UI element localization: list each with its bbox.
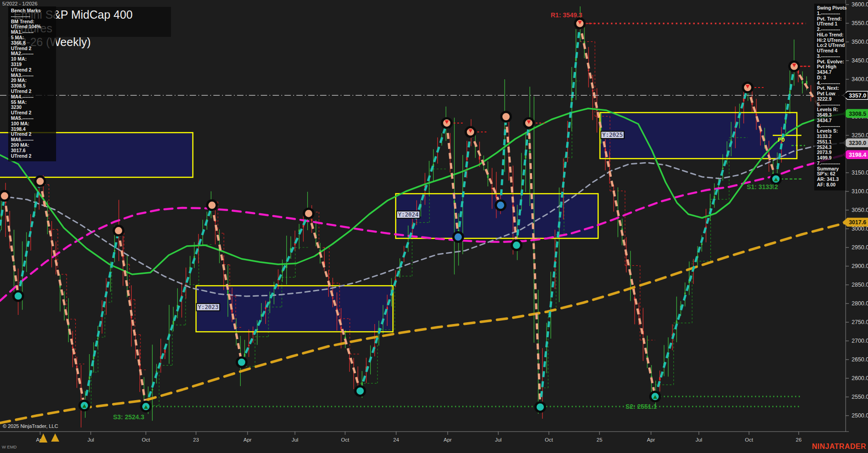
pivot-high-marker[interactable] bbox=[0, 191, 10, 201]
pivot-low-marker[interactable] bbox=[536, 402, 545, 412]
benchmark-line: 3319 bbox=[11, 62, 54, 67]
price-tick-label: 3150.0 bbox=[852, 170, 868, 176]
price-tick-label: 3250.0 bbox=[852, 132, 868, 139]
swing-pivot-line: 1.------------ bbox=[817, 11, 843, 16]
swing-segment bbox=[5, 196, 18, 296]
pivot-low-marker[interactable] bbox=[512, 241, 522, 250]
time-tick-label: Jul bbox=[495, 437, 502, 443]
price-tick-label: 2800.0 bbox=[852, 300, 868, 307]
year-box-label-2025[interactable]: Y:2025 bbox=[600, 131, 625, 139]
ma-200-line bbox=[0, 223, 846, 423]
price-tag-label: 3308.5 bbox=[849, 111, 866, 117]
benchmark-line: 3366.8 bbox=[11, 41, 54, 46]
pivot-high-marker[interactable] bbox=[36, 176, 45, 186]
price-tick-label: 2600.0 bbox=[852, 375, 868, 381]
year-box-fill bbox=[196, 286, 393, 332]
price-tick-label: 3550.0 bbox=[852, 20, 868, 26]
swing-segment bbox=[119, 231, 146, 407]
swing-pivot-line: 3434.7 bbox=[817, 70, 843, 75]
swing-pivot-line: 1499.9 bbox=[817, 155, 843, 161]
price-tick-label: 3100.0 bbox=[852, 188, 868, 195]
time-tick-label: Jul bbox=[292, 437, 299, 443]
swing-segment bbox=[212, 205, 242, 362]
swing-pivot-line: 2.------------ bbox=[817, 27, 843, 32]
swing-pivot-line: 3434.7 bbox=[817, 118, 843, 124]
year-box-label-2024[interactable]: Y:2024 bbox=[396, 211, 420, 219]
time-tick-label: 25 bbox=[597, 437, 603, 443]
benchmark-line: 5 MA: bbox=[11, 35, 54, 41]
pivot-low-marker[interactable] bbox=[496, 201, 506, 210]
ninjatrader-logo: NINJATRADER bbox=[812, 443, 866, 451]
swing-segment bbox=[40, 181, 84, 406]
swing-segment bbox=[360, 123, 447, 391]
swing-pivot-line: Swing Pivots bbox=[817, 5, 843, 11]
swing-pivot-line: UTrend 4 bbox=[817, 48, 843, 54]
pivot-high-marker[interactable] bbox=[304, 209, 314, 218]
time-tick-label: Oct bbox=[142, 437, 150, 443]
ninjatrader-chart-window: 5/2022 - 1/2026 Emini S&P MidCap 400 Fut… bbox=[0, 0, 868, 453]
swing-pivot-line: AR: 341.3 bbox=[817, 177, 843, 182]
time-tick-label: 26 bbox=[796, 437, 802, 443]
price-tick-label: 2950.0 bbox=[852, 244, 868, 251]
benchmark-line: UTrend 2 bbox=[11, 89, 54, 94]
price-tag-label: 3357.0 bbox=[849, 93, 866, 99]
swing-pivot-line: HiLo Trend: bbox=[817, 32, 843, 38]
pivot-high-marker[interactable] bbox=[501, 112, 511, 122]
benchmark-line: 100 MA: bbox=[11, 121, 54, 127]
swing-pivot-line: 3222.9 bbox=[817, 97, 843, 102]
pivot-low-marker[interactable] bbox=[237, 357, 247, 367]
swing-pivot-line: AF: 8.00 bbox=[817, 182, 843, 188]
s3-label: S3: 2524.3 bbox=[113, 413, 145, 421]
time-tick-label: Apr bbox=[243, 437, 252, 443]
price-tick-label: 2500.0 bbox=[852, 412, 868, 419]
f0-label: F0 bbox=[778, 136, 785, 143]
price-tag-label: 3017.6 bbox=[849, 219, 866, 226]
swing-segment bbox=[501, 117, 506, 205]
benchmark-line: UTrend 2 bbox=[11, 154, 54, 159]
pivot-low-marker[interactable] bbox=[14, 291, 23, 301]
swing-pivot-line: Pvt Low bbox=[817, 91, 843, 97]
benchmark-line: 3017.6 bbox=[11, 148, 54, 154]
time-tick-label: Oct bbox=[745, 437, 754, 443]
benchmarks-panel: Bench Marks------------BM Trend:UTrend 1… bbox=[8, 6, 56, 161]
swing-pivot-line: 3.------------ bbox=[817, 54, 843, 59]
swing-pivot-line: D: 3 bbox=[817, 75, 843, 81]
price-tick-label: 2550.0 bbox=[852, 394, 868, 400]
price-tick-label: 3450.0 bbox=[852, 57, 868, 64]
time-tick-label: Apr bbox=[444, 437, 452, 443]
price-tick-label: 2700.0 bbox=[852, 338, 868, 344]
chart-canvas[interactable]: R1: 3549.3S3: 2524.3S2: 2551.1S1: 3133.2… bbox=[0, 0, 868, 453]
pivot-low-marker[interactable] bbox=[356, 386, 365, 396]
price-tick-label: 2850.0 bbox=[852, 282, 868, 288]
flag-icon bbox=[51, 433, 59, 442]
r1-label: R1: 3549.3 bbox=[551, 11, 582, 19]
pivot-high-marker[interactable] bbox=[207, 201, 217, 210]
benchmark-line: ------------ bbox=[11, 14, 54, 19]
time-tick-label: 23 bbox=[193, 437, 199, 443]
s1-label: S1: 3133.2 bbox=[747, 183, 778, 190]
benchmark-line: MA5.------- bbox=[11, 116, 54, 121]
date-range-label: 5/2022 - 1/2026 bbox=[2, 1, 37, 6]
time-tick-label: Jul bbox=[696, 437, 703, 443]
price-tick-label: 2650.0 bbox=[852, 356, 868, 363]
time-tick-label: Apr bbox=[647, 437, 655, 443]
price-tick-label: 2750.0 bbox=[852, 319, 868, 325]
benchmark-line: UTrend 2 bbox=[11, 67, 54, 73]
pivot-high-marker[interactable] bbox=[114, 226, 124, 236]
swing-pivot-line: 3549.3 bbox=[817, 113, 843, 118]
time-tick-label: Jul bbox=[88, 437, 94, 443]
pivot-low-marker[interactable] bbox=[454, 232, 463, 242]
price-tag-label: 3230.0 bbox=[849, 140, 866, 146]
price-tick-label: 3600.0 bbox=[852, 1, 868, 8]
price-tick-label: 3400.0 bbox=[852, 76, 868, 82]
swing-pivot-line: 3133.2 bbox=[817, 134, 843, 139]
price-tag-label: 3198.4 bbox=[849, 152, 866, 158]
price-tick-label: 2900.0 bbox=[852, 263, 868, 269]
benchmark-line: 200 MA: bbox=[11, 143, 54, 148]
copyright-label: © 2025 NinjaTrader, LLC bbox=[3, 423, 58, 429]
benchmark-line: MA4.------- bbox=[11, 94, 54, 100]
time-tick-label: Oct bbox=[545, 437, 553, 443]
year-box-label-2023[interactable]: Y:2023 bbox=[196, 303, 220, 311]
time-tick-label: Oct bbox=[341, 437, 350, 443]
swing-pivot-line: 7.------------ bbox=[817, 161, 843, 166]
